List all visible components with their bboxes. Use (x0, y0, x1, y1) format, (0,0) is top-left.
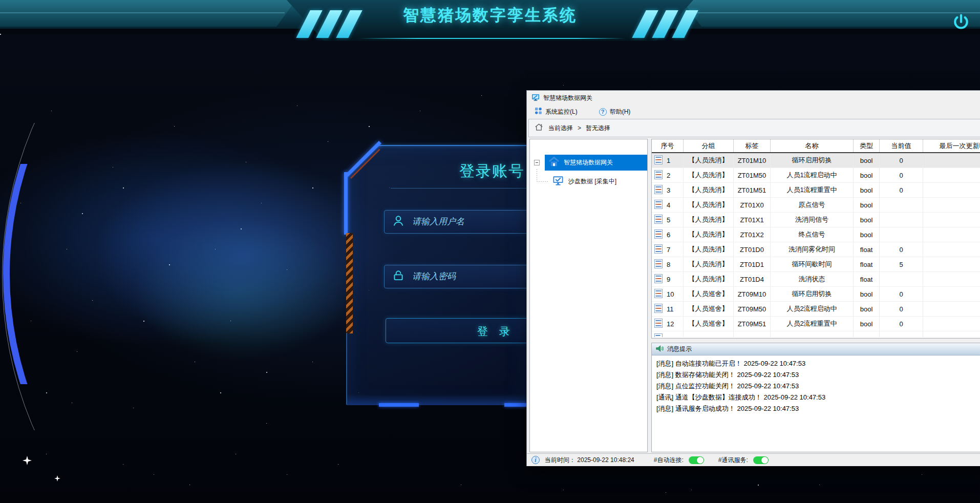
row-value: 0 (880, 168, 923, 182)
password-input[interactable] (412, 271, 545, 282)
row-no: 3 (667, 186, 670, 194)
row-last-update (923, 153, 980, 167)
row-group: 【人员洗消】 (684, 168, 734, 182)
table-row[interactable]: 3 【人员洗消】 ZT01M51 人员1流程重置中 bool 0 (652, 183, 980, 198)
row-name: 人员1流程重置中 (771, 183, 854, 197)
table-row[interactable]: 9 【人员洗消】 ZT01D4 洗消状态 float (652, 272, 980, 287)
menu-help[interactable]: ? 帮助(H) (597, 107, 633, 117)
message-panel-title: 消息提示 (667, 345, 692, 353)
row-name: 洗消状态 (771, 272, 854, 286)
table-row[interactable]: 5 【人员洗消】 ZT01X1 洗消间信号 bool (652, 213, 980, 227)
login-button-label: 登 录 (477, 324, 514, 339)
row-tag: ZT09M10 (734, 287, 771, 301)
row-tag: ZT09M50 (734, 302, 771, 316)
table-row[interactable]: 1 【人员洗消】 ZT01M10 循环启用切换 bool 0 (652, 153, 980, 168)
tag-row-icon (654, 333, 663, 338)
table-row[interactable]: 12 【人员巡舍】 ZT09M51 人员2流程重置中 bool 0 (652, 317, 980, 331)
tree-root-node[interactable]: 智慧猪场数据网关 (548, 155, 613, 171)
row-last-update (923, 168, 980, 182)
column-header[interactable]: 标签 (734, 139, 771, 152)
device-tree-panel: 智慧猪场数据网关 沙盘数据 [采集中] (529, 139, 648, 452)
row-group: 【人员巡舍】 (684, 317, 734, 331)
row-type: bool (854, 287, 880, 301)
tree-node-sandbox-data[interactable]: 沙盘数据 [采集中] (552, 174, 616, 188)
row-tag: ZT09M51 (734, 317, 771, 331)
message-line: [消息] 数据存储功能关闭！ 2025-09-22 10:47:53 (656, 369, 980, 381)
row-value (880, 272, 923, 286)
tag-row-icon (654, 229, 663, 240)
right-panels: 序号 分组 标签 名称 类型 当前值 最后一次更新时间 (651, 139, 980, 452)
comm-service-toggle[interactable] (753, 456, 769, 464)
row-no: 2 (667, 172, 670, 179)
row-type: float (854, 242, 880, 257)
menu-system-monitor[interactable]: 系统监控(L) (532, 106, 580, 117)
username-input[interactable] (412, 217, 545, 227)
column-header[interactable]: 名称 (771, 139, 854, 152)
row-group: 【人员洗消】 (684, 198, 734, 212)
row-value: 0 (880, 287, 923, 301)
row-name: 循环间歇时间 (771, 257, 854, 271)
message-line: [消息] 点位监控功能关闭！ 2025-09-22 10:47:53 (656, 381, 980, 392)
current-time-label: 当前时间： 2025-09-22 10:48:24 (545, 456, 634, 465)
table-row[interactable]: 10 【人员巡舍】 ZT09M10 循环启用切换 bool 0 (652, 287, 980, 302)
menu-bar: 系统监控(L) ? 帮助(H) (527, 105, 980, 118)
row-name: 原点信号 (771, 198, 854, 212)
column-header[interactable]: 最后一次更新时间 (923, 139, 980, 152)
row-value: 0 (880, 302, 923, 316)
row-tag: ZT01M10 (734, 153, 771, 167)
row-no: 4 (667, 201, 670, 209)
row-value: 5 (880, 257, 923, 271)
row-name: 人员2流程启动中 (771, 302, 854, 316)
tree-connector (537, 181, 548, 182)
row-name: 洗消间雾化时间 (771, 242, 854, 257)
window-icon (531, 93, 540, 103)
table-row[interactable]: 6 【人员洗消】 ZT01X2 终点信号 bool (652, 227, 980, 242)
row-value: 0 (880, 317, 923, 331)
row-no: 7 (667, 246, 670, 254)
row-value (880, 213, 923, 227)
table-row[interactable]: 11 【人员巡舍】 ZT09M50 人员2流程启动中 bool 0 (652, 302, 980, 317)
column-header[interactable]: 类型 (854, 139, 880, 152)
row-last-update (923, 227, 980, 242)
row-type: bool (854, 198, 880, 212)
row-tag: ZT01D0 (734, 242, 771, 257)
system-monitor-icon (535, 107, 542, 116)
home-icon[interactable] (534, 122, 544, 134)
row-tag: ZT01D4 (734, 272, 771, 286)
login-divider (391, 188, 527, 188)
row-no: 12 (667, 320, 674, 328)
tag-row-icon (654, 185, 663, 196)
table-row[interactable]: 4 【人员洗消】 ZT01X0 原点信号 bool (652, 198, 980, 213)
panel-bottom-accent-bar (379, 403, 419, 407)
table-row[interactable]: 2 【人员洗消】 ZT01M50 人员1流程启动中 bool 0 (652, 168, 980, 183)
row-type: bool (854, 168, 880, 182)
auto-connect-toggle[interactable] (689, 456, 704, 464)
window-titlebar[interactable]: 智慧猪场数据网关 (527, 91, 980, 105)
row-no: 11 (667, 305, 674, 313)
column-header[interactable]: 分组 (684, 139, 734, 152)
column-header[interactable]: 当前值 (880, 139, 923, 152)
table-row[interactable]: 7 【人员洗消】 ZT01D0 洗消间雾化时间 float 0 (652, 242, 980, 257)
tag-row-icon (654, 170, 663, 181)
row-group: 【人员洗消】 (684, 227, 734, 242)
row-type: bool (854, 213, 880, 227)
row-tag: ZT01X1 (734, 213, 771, 227)
table-header: 序号 分组 标签 名称 类型 当前值 最后一次更新时间 (652, 139, 980, 153)
home-filled-icon (548, 157, 560, 169)
table-row[interactable]: 8 【人员洗消】 ZT01D1 循环间歇时间 float 5 (652, 257, 980, 272)
row-last-update (923, 242, 980, 257)
row-type: bool (854, 317, 880, 331)
tag-row-icon (654, 274, 663, 285)
tag-row-icon (654, 155, 663, 166)
breadcrumb-value: 暂无选择 (586, 124, 610, 133)
login-title: 登录账号 (459, 161, 525, 182)
tag-row-icon (654, 259, 663, 270)
column-header[interactable]: 序号 (652, 139, 684, 152)
tag-table-panel: 序号 分组 标签 名称 类型 当前值 最后一次更新时间 (651, 139, 980, 339)
comm-service-label: #通讯服务: (718, 456, 748, 465)
tree-collapse-icon[interactable] (534, 160, 540, 165)
panel-left-border (346, 333, 347, 405)
hazard-stripes-decoration (346, 233, 353, 333)
gateway-window: 智慧猪场数据网关 系统监控(L) ? 帮助(H) (526, 90, 980, 466)
tag-row-icon (654, 215, 663, 225)
